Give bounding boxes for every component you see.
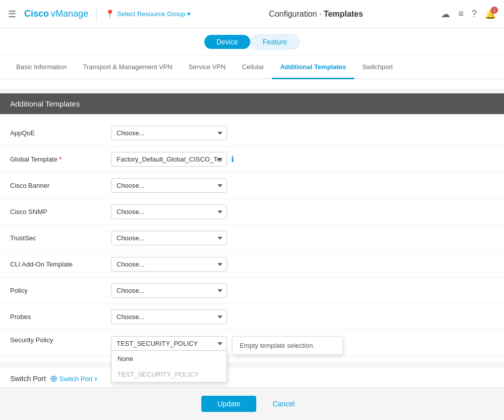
resource-group-selector[interactable]: 📍 Select Resource Group ▾: [105, 9, 191, 19]
policy-row: Policy Choose...: [0, 278, 504, 304]
cancel-button[interactable]: Cancel: [264, 396, 303, 412]
cisco-banner-label: Cisco Banner: [10, 182, 111, 189]
grid-icon[interactable]: ≡: [458, 9, 464, 19]
probes-control: Choose...: [111, 309, 494, 324]
cisco-banner-control: Choose...: [111, 178, 494, 193]
security-policy-select[interactable]: TEST_SECURITY_POLICY: [111, 336, 227, 351]
section-title: Additional Templates: [10, 99, 80, 108]
notification-badge: 1: [491, 7, 498, 14]
section-header: Additional Templates: [0, 93, 504, 114]
device-feature-toggle: Device Feature: [0, 28, 504, 56]
cloud-icon[interactable]: ☁: [441, 9, 450, 20]
brand-cisco: Cisco: [24, 9, 49, 19]
brand-vmanage: vManage: [51, 9, 88, 19]
security-policy-option-none[interactable]: None: [111, 351, 227, 366]
tab-cellular[interactable]: Cellular: [234, 56, 272, 79]
appqoe-row: AppQoE Choose...: [0, 120, 504, 146]
security-policy-option-test[interactable]: TEST_SECURITY_POLICY: [111, 366, 227, 382]
probes-select[interactable]: Choose...: [111, 309, 227, 324]
content-area: Additional Templates AppQoE Choose... Gl…: [0, 79, 504, 420]
policy-label: Policy: [10, 287, 111, 294]
tab-transport-mgmt-vpn[interactable]: Transport & Management VPN: [75, 56, 180, 79]
cli-addon-row: CLI Add-On Template Choose...: [0, 251, 504, 278]
cisco-banner-select[interactable]: Choose...: [111, 178, 227, 193]
global-template-select[interactable]: Factory_Default_Global_CISCO_Templ...: [111, 152, 227, 167]
header: ☰ Cisco vManage 📍 Select Resource Group …: [0, 0, 504, 28]
cisco-snmp-control: Choose...: [111, 204, 494, 219]
security-policy-row: Security Policy TEST_SECURITY_POLICY Non…: [0, 330, 504, 356]
resource-group-label: Select Resource Group: [117, 10, 185, 18]
policy-control: Choose...: [111, 283, 494, 298]
header-divider: [96, 7, 97, 21]
notification-icon[interactable]: 🔔 1: [485, 9, 496, 20]
switch-port-link[interactable]: Switch Port ∨: [60, 375, 98, 383]
cisco-snmp-select[interactable]: Choose...: [111, 204, 227, 219]
trustsec-control: Choose...: [111, 231, 494, 245]
probes-label: Probes: [10, 313, 111, 321]
device-toggle-button[interactable]: Device: [204, 35, 250, 49]
spacer: [0, 79, 504, 89]
switch-port-row: Switch Port ⊕ Switch Port ∨: [0, 366, 504, 390]
global-template-row: Global Template Factory_Default_Global_C…: [0, 146, 504, 173]
help-icon[interactable]: ?: [472, 9, 477, 19]
cisco-snmp-label: Cisco SNMP: [10, 208, 111, 216]
tooltip-text: Empty template selection.: [240, 342, 315, 349]
appqoe-control: Choose...: [111, 126, 494, 140]
location-icon: 📍: [105, 9, 115, 19]
security-policy-control: TEST_SECURITY_POLICY None TEST_SECURITY_…: [111, 336, 494, 351]
appqoe-select[interactable]: Choose...: [111, 126, 227, 140]
switch-port-add-icon[interactable]: ⊕: [50, 373, 58, 384]
cisco-banner-row: Cisco Banner Choose...: [0, 173, 504, 199]
feature-toggle-button[interactable]: Feature: [250, 34, 300, 49]
security-policy-label: Security Policy: [10, 336, 111, 344]
header-icons: ☁ ≡ ? 🔔 1: [441, 9, 496, 20]
global-template-label: Global Template: [10, 155, 111, 163]
probes-row: Probes Choose...: [0, 304, 504, 330]
menu-icon[interactable]: ☰: [8, 9, 16, 20]
switch-port-label: Switch Port: [10, 375, 46, 383]
trustsec-select[interactable]: Choose...: [111, 231, 227, 245]
security-policy-tooltip: Empty template selection.: [232, 336, 343, 355]
tab-service-vpn[interactable]: Service VPN: [181, 56, 234, 79]
footer: Update Cancel: [0, 387, 504, 420]
update-button[interactable]: Update: [201, 396, 256, 412]
resource-group-arrow: ▾: [187, 10, 191, 18]
policy-select[interactable]: Choose...: [111, 283, 227, 298]
cli-addon-label: CLI Add-On Template: [10, 260, 111, 268]
trustsec-row: TrustSec Choose...: [0, 225, 504, 251]
nav-tabs: Basic Information Transport & Management…: [0, 56, 504, 79]
cli-addon-control: Choose...: [111, 257, 494, 272]
global-template-info-icon[interactable]: ℹ: [231, 154, 234, 164]
cisco-snmp-row: Cisco SNMP Choose...: [0, 199, 504, 225]
brand: Cisco vManage: [24, 9, 88, 19]
global-template-control: Factory_Default_Global_CISCO_Templ... ℹ: [111, 152, 494, 167]
page-title: Configuration · Templates: [199, 10, 433, 19]
form-body: AppQoE Choose... Global Template Factory…: [0, 114, 504, 362]
security-policy-dropdown: None TEST_SECURITY_POLICY: [111, 351, 227, 383]
tab-additional-templates[interactable]: Additional Templates: [272, 56, 354, 79]
appqoe-label: AppQoE: [10, 129, 111, 137]
cli-addon-select[interactable]: Choose...: [111, 257, 227, 272]
trustsec-label: TrustSec: [10, 234, 111, 242]
tab-basic-information[interactable]: Basic Information: [8, 56, 75, 79]
tab-switchport[interactable]: Switchport: [354, 56, 401, 79]
